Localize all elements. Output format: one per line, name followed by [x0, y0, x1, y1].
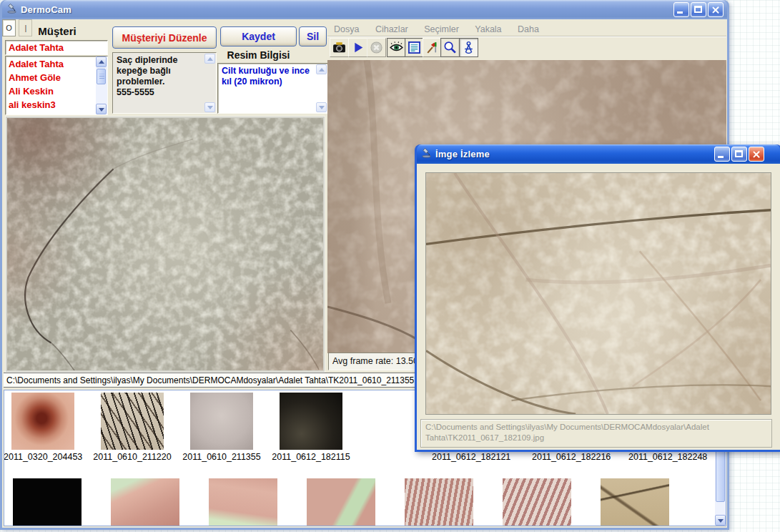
minimize-icon [677, 11, 683, 14]
toolbar [327, 37, 726, 59]
customer-list-scrollbar[interactable] [96, 56, 107, 114]
scroll-down-button[interactable] [715, 515, 726, 526]
zoom-tool-button[interactable] [440, 38, 460, 57]
arrow-down-icon [207, 106, 213, 109]
arrow-up-icon [207, 57, 213, 61]
viewer-path-box: C:\Documents and Settings\ilyas\My Docum… [420, 419, 772, 448]
customer-notes-box[interactable]: Saç diplerinde kepeğe bağlı problemler. … [112, 52, 217, 114]
thumbnail-image[interactable] [190, 393, 253, 450]
arrow-down-icon [718, 519, 724, 523]
arrow-up-icon [319, 68, 325, 72]
viewer-body: C:\Documents and Settings\ilyas\My Docum… [417, 164, 780, 450]
scroll-down-button[interactable] [204, 102, 215, 112]
thumbnail-image[interactable] [405, 478, 473, 526]
image-info-label: Resim Bilgisi [220, 49, 297, 61]
maximize-icon [735, 150, 743, 157]
thumbnail-image[interactable] [503, 478, 571, 526]
microscope-icon [421, 147, 432, 161]
live-view-button[interactable] [387, 38, 406, 57]
image-info-text: Cilt kuruluğu ve ince kıl (20 mikron) [222, 66, 315, 112]
measure-icon [461, 40, 476, 55]
scroll-up-button[interactable] [316, 64, 327, 74]
thumbnail-image[interactable] [307, 478, 375, 526]
report-button[interactable] [405, 38, 424, 57]
selected-customer-field[interactable]: Adalet Tahta [5, 40, 108, 55]
thumbnail-label: 2011_0612_182216 [532, 452, 611, 462]
thumbnail-label: 2011_0612_182121 [432, 452, 510, 462]
customer-notes-text: Saç diplerinde kepeğe bağlı problemler. … [117, 55, 203, 112]
thumbnail-image[interactable] [111, 478, 179, 526]
minimize-button[interactable] [714, 147, 730, 162]
customer-list-item[interactable]: ali keskin3 [6, 98, 96, 112]
desktop: DermoCam Müşteri Adalet Tahta Adalet Tah… [0, 0, 780, 532]
menu-cihazlar[interactable]: Cihazlar [375, 24, 408, 34]
report-icon [407, 40, 422, 55]
thumbnail-image[interactable] [11, 393, 74, 450]
selected-image-preview [6, 117, 325, 372]
scrollbar-thumb[interactable] [97, 69, 106, 84]
arrow-up-icon [99, 60, 104, 64]
minimize-icon [718, 156, 724, 158]
viewer-window-title: İmge İzleme [435, 149, 490, 159]
viewer-title-bar[interactable]: İmge İzleme [417, 144, 780, 164]
thumbnail-image[interactable] [280, 393, 342, 450]
close-button[interactable] [708, 2, 724, 17]
viewed-image [425, 172, 771, 415]
maximize-icon [694, 6, 702, 13]
customer-listbox[interactable]: Adalet Tahta Ahmet Göle Ali Keskin ali k… [5, 56, 108, 115]
thumbnail-label: 2011_0612_182115 [272, 452, 350, 462]
measure-tool-button[interactable] [459, 38, 478, 57]
tools-icon [425, 40, 440, 55]
menu-dosya[interactable]: Dosya [334, 24, 359, 34]
menu-secimler[interactable]: Seçimler [424, 24, 459, 34]
menu-bar: Dosya Cihazlar Seçimler Yakala Daha [327, 22, 726, 36]
minimize-button[interactable] [673, 2, 689, 17]
capture-button[interactable] [330, 38, 349, 57]
scroll-up-button[interactable] [96, 56, 107, 67]
scroll-up-button[interactable] [204, 54, 215, 64]
main-title-bar[interactable]: DermoCam [2, 0, 727, 19]
customer-section-label: Müşteri [7, 25, 107, 37]
maximize-button[interactable] [691, 2, 706, 17]
scroll-down-button[interactable] [96, 104, 107, 114]
customer-list-item[interactable]: Adalet Tahta [6, 57, 96, 71]
arrow-down-icon [319, 106, 325, 109]
play-icon [350, 40, 365, 55]
camera-icon [332, 40, 347, 55]
thumbnail-image[interactable] [209, 478, 277, 526]
menu-yakala[interactable]: Yakala [475, 24, 501, 34]
arrow-down-icon [99, 108, 104, 112]
image-viewer-window: İmge İzleme [415, 144, 780, 452]
thumbnail-image[interactable] [101, 393, 164, 450]
maximize-button[interactable] [731, 147, 747, 162]
eye-icon [389, 40, 404, 55]
stop-button [367, 38, 386, 57]
menu-daha[interactable]: Daha [518, 24, 539, 34]
microscope-icon [6, 3, 17, 16]
close-button[interactable] [749, 147, 764, 162]
magnifier-icon [443, 40, 458, 55]
scroll-down-button[interactable] [316, 102, 327, 112]
customer-list-item[interactable]: Ahmet Göle [6, 71, 96, 84]
stop-icon [369, 40, 384, 55]
image-info-box[interactable]: Cilt kuruluğu ve ince kıl (20 mikron) [217, 63, 328, 114]
save-button[interactable]: Kaydet [220, 26, 297, 46]
grip-icon [99, 74, 104, 79]
thumbnail-image[interactable] [601, 478, 669, 526]
main-window-title: DermoCam [21, 4, 71, 15]
thumbnail-label: 2011_0610_211355 [182, 452, 261, 462]
thumbnail-image[interactable] [13, 478, 82, 526]
close-icon [752, 150, 761, 159]
delete-button[interactable]: Sil [299, 26, 327, 46]
play-button[interactable] [348, 38, 367, 57]
customer-list-item[interactable]: Ali Keskin [6, 84, 96, 98]
close-icon [711, 6, 720, 14]
thumbnail-label: 2011_0320_204453 [4, 452, 82, 462]
thumbnail-label: 2011_0610_211220 [93, 452, 172, 462]
settings-tools-button[interactable] [423, 38, 442, 57]
thumbnail-label: 2011_0612_182248 [628, 452, 707, 462]
edit-customer-button[interactable]: Müşteriyi Düzenle [112, 26, 217, 49]
